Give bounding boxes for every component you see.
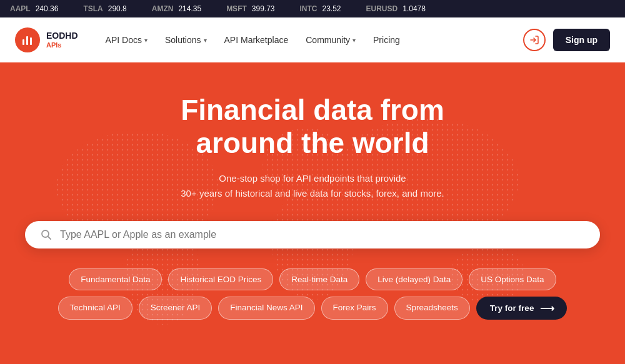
- login-button[interactable]: [523, 29, 546, 51]
- ticker-price: 290.8: [108, 4, 127, 13]
- ticker-item-eurusd: EURUSD 1.0478: [366, 4, 426, 13]
- nav-item-pricing[interactable]: Pricing: [366, 30, 408, 50]
- try-for-free-button[interactable]: Try for free ⟶: [476, 297, 568, 320]
- tag-fundamental-data[interactable]: Fundamental Data: [69, 268, 162, 290]
- logo[interactable]: EODHD APIs: [15, 27, 78, 52]
- nav-item-community[interactable]: Community ▾: [298, 30, 363, 50]
- svg-rect-1: [26, 36, 28, 45]
- tag-us-options[interactable]: US Options Data: [469, 268, 556, 290]
- svg-rect-2: [30, 37, 32, 45]
- chevron-down-icon: ▾: [144, 37, 148, 44]
- tag-technical-api[interactable]: Technical API: [58, 297, 132, 320]
- ticker-symbol: AAPL: [10, 4, 31, 13]
- login-icon: [529, 35, 539, 45]
- ticker-symbol: TSLA: [83, 4, 102, 13]
- ticker-symbol: INTC: [300, 4, 318, 13]
- tag-financial-news[interactable]: Financial News API: [218, 297, 314, 320]
- nav-links: API Docs ▾ Solutions ▾ API Marketplace C…: [98, 30, 523, 50]
- hero-subtitle: One-stop shop for API endpoints that pro…: [181, 171, 444, 201]
- chevron-down-icon: ▾: [352, 37, 356, 44]
- ticker-price: 399.73: [252, 4, 275, 13]
- ticker-item-aapl: AAPL 240.36: [10, 4, 58, 13]
- search-icon-svg: [40, 229, 52, 241]
- hero-content: Financial data fromaround the world One-…: [0, 62, 625, 320]
- logo-svg: [21, 33, 34, 47]
- signup-button[interactable]: Sign up: [553, 29, 610, 51]
- tag-historical-eod[interactable]: Historical EOD Prices: [168, 268, 273, 290]
- search-icon: [40, 229, 52, 241]
- ticker-symbol: MSFT: [226, 4, 247, 13]
- logo-subtitle: APIs: [46, 41, 78, 49]
- tags-row: Fundamental Data Historical EOD Prices R…: [25, 268, 600, 320]
- ticker-symbol: EURUSD: [366, 4, 398, 13]
- nav-item-solutions[interactable]: Solutions ▾: [158, 30, 214, 50]
- tag-screener-api[interactable]: Screener API: [139, 297, 212, 320]
- nav-right: Sign up: [523, 29, 610, 51]
- ticker-price: 23.52: [322, 4, 341, 13]
- hero-title: Financial data fromaround the world: [181, 94, 444, 160]
- ticker-symbol: AMZN: [152, 4, 174, 13]
- ticker-price: 214.35: [178, 4, 201, 13]
- chevron-down-icon: ▾: [204, 37, 207, 44]
- ticker-price: 1.0478: [402, 4, 426, 13]
- search-input[interactable]: [60, 229, 585, 240]
- ticker-item-intc: INTC 23.52: [300, 4, 341, 13]
- search-bar: [25, 221, 600, 248]
- nav-item-api-docs[interactable]: API Docs ▾: [98, 30, 155, 50]
- svg-point-10: [42, 230, 49, 237]
- ticker-bar: AAPL 240.36 TSLA 290.8 AMZN 214.35 MSFT …: [0, 0, 625, 17]
- arrow-icon: ⟶: [540, 302, 553, 314]
- logo-icon: [15, 27, 40, 52]
- tag-forex-pairs[interactable]: Forex Pairs: [321, 297, 388, 320]
- svg-rect-0: [22, 39, 24, 45]
- logo-text: EODHD APIs: [46, 31, 78, 48]
- tag-realtime-data[interactable]: Real-time Data: [279, 268, 359, 290]
- ticker-item-tsla: TSLA 290.8: [83, 4, 126, 13]
- tag-spreadsheets[interactable]: Spreadsheets: [394, 297, 470, 320]
- hero-section: Financial data fromaround the world One-…: [0, 62, 625, 364]
- ticker-price: 240.36: [36, 4, 59, 13]
- ticker-item-amzn: AMZN 214.35: [152, 4, 201, 13]
- tag-live-data[interactable]: Live (delayed) Data: [366, 268, 462, 290]
- nav-item-marketplace[interactable]: API Marketplace: [217, 30, 296, 50]
- ticker-item-msft: MSFT 399.73: [226, 4, 274, 13]
- logo-title: EODHD: [46, 31, 78, 41]
- navbar: EODHD APIs API Docs ▾ Solutions ▾ API Ma…: [0, 17, 625, 62]
